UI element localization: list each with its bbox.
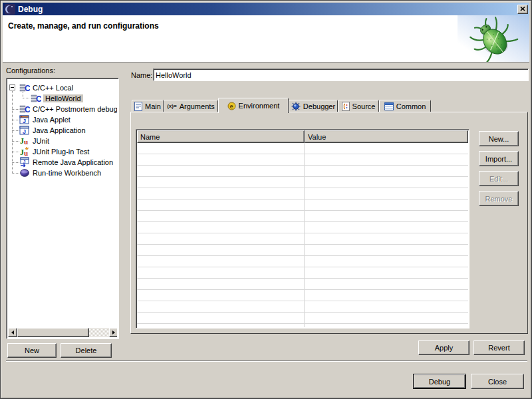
tree-item-helloworld[interactable]: C HelloWorld [8, 93, 117, 104]
tab-label: Debugger [303, 102, 335, 110]
configurations-tree[interactable]: C C/C++ Local C HelloWorld [6, 78, 119, 339]
environment-icon: e [227, 102, 236, 110]
debug-dialog: Debug Create, manage, and run configurat… [0, 0, 532, 399]
svg-text:e: e [229, 103, 233, 110]
environment-variables-table[interactable]: Name Value [136, 129, 469, 329]
java-applet-icon: J [19, 114, 30, 125]
tree-horizontal-scrollbar[interactable] [8, 328, 117, 337]
scroll-right-icon[interactable] [109, 328, 117, 337]
tree-item-java-application[interactable]: J Java Application [8, 125, 117, 136]
name-input[interactable] [153, 68, 529, 81]
table-header-row: Name Value [137, 130, 468, 143]
table-body[interactable] [137, 143, 468, 327]
tree-item-label: Remote Java Application [33, 158, 113, 166]
tree-item-label: C/C++ Postmortem debugger [33, 105, 117, 113]
tree-item-junit[interactable]: J u JUnit [8, 136, 117, 146]
tab-main[interactable]: Main [132, 100, 164, 112]
env-new-button[interactable]: New... [479, 131, 519, 146]
window-title: Debug [18, 5, 517, 14]
junit-icon: J u [19, 136, 30, 146]
tree-item-runtime-workbench[interactable]: Run-time Workbench [8, 168, 117, 178]
eclipse-logo-icon [5, 4, 15, 15]
name-label: Name: [131, 71, 152, 79]
tree-item-cpp-postmortem[interactable]: C C/C++ Postmortem debugger [8, 104, 117, 114]
svg-text:C: C [36, 94, 41, 104]
tab-debugger[interactable]: Debugger [289, 100, 338, 112]
env-import-button[interactable]: Import... [479, 151, 519, 166]
svg-text:u: u [24, 138, 28, 146]
tree-item-label: Java Application [33, 126, 86, 134]
tab-source[interactable]: Source [338, 100, 379, 112]
column-header-value[interactable]: Value [305, 130, 468, 143]
scrollbar-thumb[interactable] [17, 328, 89, 337]
scrollbar-track[interactable] [89, 328, 109, 337]
delete-config-button[interactable]: Delete [61, 343, 112, 358]
tab-common[interactable]: Common [379, 100, 431, 112]
debug-bug-image [458, 15, 529, 62]
close-button[interactable]: Close [471, 374, 524, 389]
column-header-name[interactable]: Name [137, 130, 305, 143]
tree-item-label-selected: HelloWorld [43, 94, 83, 102]
banner-message: Create, manage, and run configurations [8, 21, 159, 31]
title-bar: Debug [3, 3, 529, 15]
new-config-button[interactable]: New [7, 343, 57, 358]
cpp-config-icon: C [19, 104, 30, 114]
footer-separator [6, 360, 527, 362]
tree-item-junit-plugin[interactable]: J u JUnit Plug-in Test [8, 146, 117, 157]
close-icon[interactable] [517, 5, 528, 14]
tab-arguments[interactable]: (x)= Arguments [164, 100, 218, 112]
collapse-icon[interactable] [9, 84, 15, 90]
tree-item-label: Run-time Workbench [33, 169, 101, 177]
arguments-icon: (x)= [167, 103, 176, 109]
junit-plugin-icon: J u [19, 146, 30, 157]
env-edit-button: Edit... [479, 171, 519, 186]
tree-item-label: C/C++ Local [33, 84, 73, 92]
svg-text:u: u [24, 149, 28, 157]
workbench-icon [19, 168, 30, 178]
scroll-left-icon[interactable] [8, 328, 17, 337]
tree-item-java-applet[interactable]: J Java Applet [8, 114, 117, 125]
tab-label: Environment [239, 102, 280, 110]
configurations-label: Configurations: [6, 66, 55, 74]
svg-text:J: J [23, 128, 26, 135]
table-icon [384, 102, 394, 110]
tab-label: Main [145, 102, 161, 110]
svg-text:J: J [23, 118, 26, 124]
tab-strip: Main (x)= Arguments e Environment Debugg… [132, 97, 431, 112]
environment-tab-panel: Name Value New... Import... Edit... Remo… [130, 112, 528, 334]
tab-label: Common [396, 102, 426, 110]
apply-button[interactable]: Apply [418, 340, 469, 355]
tree-item-label: Java Applet [33, 116, 70, 124]
svg-text:C: C [25, 105, 30, 114]
document-icon [134, 102, 142, 111]
tab-label: Source [352, 102, 376, 110]
header-banner: Create, manage, and run configurations [3, 15, 529, 63]
tree-item-label: JUnit Plug-in Test [33, 148, 89, 156]
java-application-icon: J [19, 125, 30, 136]
remote-java-icon: J [19, 157, 30, 168]
tree-item-label: JUnit [33, 137, 49, 145]
column-divider [304, 143, 305, 327]
cpp-config-icon: C [31, 93, 41, 104]
svg-text:J: J [23, 160, 26, 164]
debug-button[interactable]: Debug [413, 374, 466, 389]
tab-environment[interactable]: e Environment [218, 98, 289, 113]
tab-label: Arguments [180, 102, 215, 110]
tree-item-remote-java[interactable]: J Remote Java Application [8, 157, 117, 168]
env-remove-button: Remove [479, 191, 519, 206]
debugger-bug-icon [291, 102, 301, 111]
source-file-icon [342, 102, 350, 111]
revert-button[interactable]: Revert [473, 340, 525, 355]
